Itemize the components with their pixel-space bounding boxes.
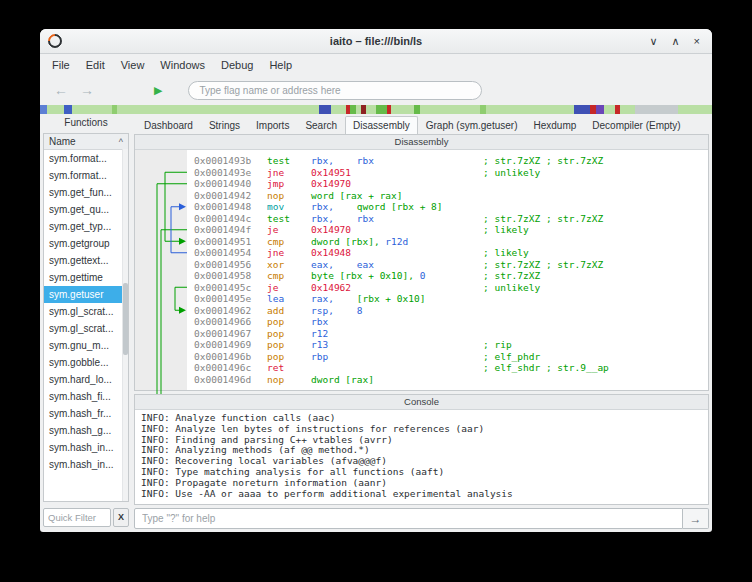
filter-clear-button[interactable]: X [113,508,129,527]
menu-windows[interactable]: Windows [152,56,213,74]
memory-segment[interactable] [40,105,47,114]
disasm-line[interactable]: 0x0001496bpoprbp; elf_phdr [187,351,708,363]
back-icon[interactable]: ← [54,83,68,97]
disasm-operand: rbx, rbx [311,155,374,166]
console-input[interactable] [134,508,683,529]
tab-imports[interactable]: Imports [248,116,297,134]
function-item[interactable]: sym.format... [44,150,128,167]
console-panel: Console INFO: Analyze function calls (aa… [134,394,709,505]
tab-strings[interactable]: Strings [201,116,248,134]
disasm-line[interactable]: 0x0001495elearax, [rbx + 0x10] [187,293,708,305]
disassembly-panel-title: Disassembly [135,135,708,150]
toolbar: ← → ▶ [40,75,712,105]
memory-segment[interactable] [64,105,72,114]
quick-filter-input[interactable] [43,508,111,527]
function-item[interactable]: sym.hash_fr... [44,405,128,422]
disasm-mnemonic: je [267,224,311,236]
memory-segment[interactable] [620,105,635,114]
memory-segment[interactable] [596,105,605,114]
disasm-line[interactable]: 0x0001495cje0x14962; unlikely [187,282,708,294]
menu-view[interactable]: View [113,56,153,74]
memory-segment[interactable] [47,105,64,114]
menu-debug[interactable]: Debug [213,56,261,74]
disasm-line[interactable]: 0x00014956xoreax, eax; str.7zXZ ; str.7z… [187,259,708,271]
function-item[interactable]: sym.getuser [44,286,128,303]
memory-segment[interactable] [331,105,346,114]
function-item[interactable]: sym.gobble... [44,354,128,371]
disasm-line[interactable]: 0x00014958cmpbyte [rbx + 0x10], 0; str.7… [187,270,708,282]
run-icon[interactable]: ▶ [154,85,162,96]
function-item[interactable]: sym.gettext... [44,252,128,269]
tab-disassembly[interactable]: Disassembly [345,116,418,134]
tab-graph-sym-getuser[interactable]: Graph (sym.getuser) [418,116,526,134]
jump-arrowhead [179,307,186,314]
memory-segment[interactable] [376,105,387,114]
disasm-line[interactable]: 0x00014967popr12 [187,328,708,340]
memory-segment[interactable] [366,105,376,114]
function-item[interactable]: sym.gettime [44,269,128,286]
memory-segment[interactable] [420,105,480,114]
memory-segment[interactable] [72,105,112,114]
menu-file[interactable]: File [44,56,78,74]
disasm-comment: ; str.7zXZ [483,270,540,282]
disasm-mnemonic: nop [267,374,311,386]
functions-column-header[interactable]: Name ^ [44,134,128,150]
disasm-operand: r12d [380,236,409,247]
memory-segment[interactable] [678,105,712,114]
console-send-button[interactable]: → [683,508,709,529]
tab-hexdump[interactable]: Hexdump [525,116,584,134]
function-item[interactable]: sym.gl_scrat... [44,320,128,337]
disasm-line[interactable]: 0x00014942nopword [rax + rax] [187,190,708,202]
function-item[interactable]: sym.gnu_m... [44,337,128,354]
menu-help[interactable]: Help [261,56,300,74]
memory-segment[interactable] [117,105,319,114]
disasm-line[interactable]: 0x00014951cmpdword [rbx], r12d [187,236,708,248]
disasm-line[interactable]: 0x0001494ctestrbx, rbx; str.7zXZ ; str.7… [187,213,708,225]
disasm-line[interactable]: 0x00014962addrsp, 8 [187,305,708,317]
disasm-line[interactable]: 0x00014940jmp0x14970 [187,178,708,190]
function-item[interactable]: sym.format... [44,167,128,184]
memory-segment[interactable] [604,105,615,114]
disasm-line[interactable]: 0x00014954jne0x14948; likely [187,247,708,259]
function-item[interactable]: sym.hard_lo... [44,371,128,388]
title-bar[interactable]: iaito – file:///bin/ls ∨ ∧ × [40,29,712,54]
console-line: INFO: Analyze len bytes of instructions … [141,424,702,435]
function-item[interactable]: sym.hash_fi... [44,388,128,405]
function-item[interactable]: sym.gl_scrat... [44,303,128,320]
tab-decompiler-empty[interactable]: Decompiler (Empty) [584,116,688,134]
function-item[interactable]: sym.hash_in... [44,456,128,473]
function-item[interactable]: sym.get_fun... [44,184,128,201]
disasm-line[interactable]: 0x00014966poprbx [187,316,708,328]
disasm-line[interactable]: 0x0001496cret; elf_shdr ; str.9__ap [187,362,708,374]
scrollbar-thumb[interactable] [123,283,128,355]
tab-search[interactable]: Search [297,116,345,134]
disasm-line[interactable]: 0x00014969popr13; rip [187,339,708,351]
function-item[interactable]: sym.hash_in... [44,439,128,456]
disasm-line[interactable]: 0x0001493ejne0x14951; unlikely [187,167,708,179]
memory-segment[interactable] [486,105,573,114]
disasm-line[interactable]: 0x0001494fje0x14970; likely [187,224,708,236]
disasm-line[interactable]: 0x0001496dnopdword [rax] [187,374,708,386]
function-item[interactable]: sym.getgroup [44,235,128,252]
function-item[interactable]: sym.hash_g... [44,422,128,439]
tab-dashboard[interactable]: Dashboard [136,116,201,134]
console-panel-title: Console [135,395,708,410]
functions-scrollbar[interactable] [122,149,128,501]
disasm-line[interactable]: 0x0001493btestrbx, rbx; str.7zXZ ; str.7… [187,155,708,167]
memory-segment[interactable] [319,105,331,114]
maximize-icon[interactable]: ∧ [672,36,680,47]
memory-map-strip[interactable] [40,105,712,114]
memory-segment[interactable] [574,105,590,114]
menu-edit[interactable]: Edit [78,56,113,74]
close-icon[interactable]: × [694,36,700,47]
function-item[interactable]: sym.get_typ... [44,218,128,235]
disasm-operand: qword [rbx + 8] [357,201,443,212]
function-item[interactable]: sym.get_qu... [44,201,128,218]
disasm-line[interactable]: 0x00014948movrbx, qword [rbx + 8] [187,201,708,213]
forward-icon[interactable]: → [80,83,94,97]
disasm-operand: rbx, rbx [311,213,374,224]
search-input[interactable] [188,81,482,100]
memory-segment[interactable] [391,105,415,114]
memory-segment[interactable] [635,105,679,114]
minimize-icon[interactable]: ∨ [649,36,657,47]
